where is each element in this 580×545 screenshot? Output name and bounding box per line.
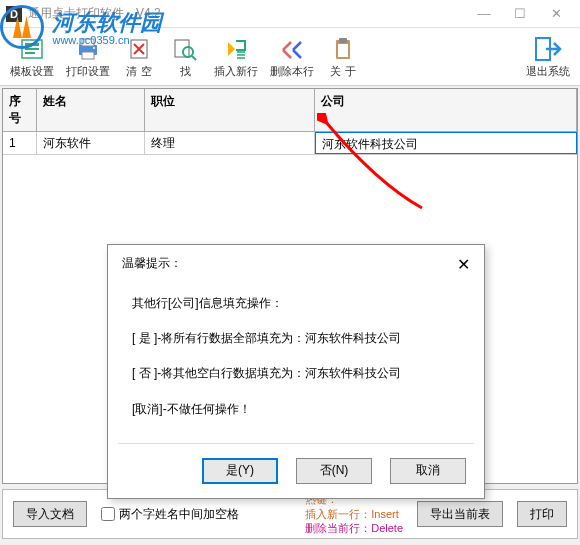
dialog-line4: [取消]-不做任何操作！ [132,394,460,425]
space-names-label: 两个字姓名中间加空格 [119,506,239,523]
exit-button[interactable]: 退出系统 [520,30,576,83]
col-header-num[interactable]: 序号 [3,89,37,131]
exit-icon [534,35,562,63]
template-settings-button[interactable]: 模板设置 [4,30,60,83]
hotkey-delete: 删除当前行：Delete [305,521,403,536]
col-header-name[interactable]: 姓名 [37,89,145,131]
insert-row-label: 插入新行 [214,64,258,79]
svg-rect-14 [339,38,347,43]
export-button[interactable]: 导出当前表 [417,501,503,527]
svg-rect-1 [25,43,39,46]
close-button[interactable]: ✕ [538,2,574,26]
fill-dialog: 温馨提示： ✕ 其他行[公司]信息填充操作： [ 是 ]-将所有行数据全部填充为… [107,244,485,499]
space-names-checkbox[interactable]: 两个字姓名中间加空格 [101,506,239,523]
hotkey-insert: 插入新一行：Insert [305,507,403,522]
clear-label: 清 空 [126,64,151,79]
find-label: 找 [180,64,191,79]
insert-row-icon [222,35,250,63]
col-header-pos[interactable]: 职位 [145,89,315,131]
template-icon [18,35,46,63]
svg-rect-9 [175,40,189,57]
dialog-close-button[interactable]: ✕ [457,255,470,274]
dialog-line2: [ 是 ]-将所有行数据全部填充为：河东软件科技公司 [132,323,460,354]
clear-button[interactable]: 清 空 [116,30,162,83]
cell-comp-editing[interactable]: 河东软件科技公司 [315,132,577,154]
svg-rect-13 [338,44,348,57]
about-label: 关 于 [330,64,355,79]
dialog-yes-button[interactable]: 是(Y) [202,458,278,484]
dialog-body: 其他行[公司]信息填充操作： [ 是 ]-将所有行数据全部填充为：河东软件科技公… [108,280,484,439]
template-label: 模板设置 [10,64,54,79]
grid-header: 序号 姓名 职位 公司 [3,89,577,132]
dialog-line3: [ 否 ]-将其他空白行数据填充为：河东软件科技公司 [132,358,460,389]
svg-point-7 [93,47,95,49]
import-button[interactable]: 导入文档 [13,501,87,527]
print-setup-label: 打印设置 [66,64,110,79]
find-button[interactable]: 找 [162,30,208,83]
delete-row-button[interactable]: 删除本行 [264,30,320,83]
window-title: 通用桌卡打印软件。V4.2 [28,5,466,22]
space-names-input[interactable] [101,507,115,521]
exit-label: 退出系统 [526,64,570,79]
svg-line-11 [192,56,196,60]
cell-num[interactable]: 1 [3,132,37,154]
cell-pos[interactable]: 终理 [145,132,315,154]
cell-name[interactable]: 河东软件 [37,132,145,154]
search-icon [171,35,199,63]
dialog-no-button[interactable]: 否(N) [296,458,372,484]
app-icon: D [6,6,22,22]
table-row[interactable]: 1 河东软件 终理 河东软件科技公司 [3,132,577,155]
dialog-cancel-button[interactable]: 取消 [390,458,466,484]
printer-icon [74,35,102,63]
svg-rect-6 [82,52,94,59]
data-grid[interactable]: 序号 姓名 职位 公司 1 河东软件 终理 河东软件科技公司 温馨提示： ✕ 其… [2,88,578,484]
dialog-line1: 其他行[公司]信息填充操作： [132,288,460,319]
dialog-buttons: 是(Y) 否(N) 取消 [108,448,484,498]
svg-rect-3 [25,52,35,54]
minimize-button[interactable]: — [466,2,502,26]
print-button[interactable]: 打印 [517,501,567,527]
print-setup-button[interactable]: 打印设置 [60,30,116,83]
maximize-button[interactable]: ☐ [502,2,538,26]
insert-row-button[interactable]: 插入新行 [208,30,264,83]
col-header-comp[interactable]: 公司 [315,89,577,131]
toolbar: 模板设置 打印设置 清 空 找 插入新行 删除本行 关 于 退出系统 [0,28,580,86]
svg-rect-2 [25,48,39,50]
svg-rect-5 [82,39,94,46]
clear-icon [125,35,153,63]
about-button[interactable]: 关 于 [320,30,366,83]
delete-row-icon [278,35,306,63]
titlebar: D 通用桌卡打印软件。V4.2 — ☐ ✕ [0,0,580,28]
delete-row-label: 删除本行 [270,64,314,79]
clipboard-icon [329,35,357,63]
dialog-title: 温馨提示： [122,255,457,274]
